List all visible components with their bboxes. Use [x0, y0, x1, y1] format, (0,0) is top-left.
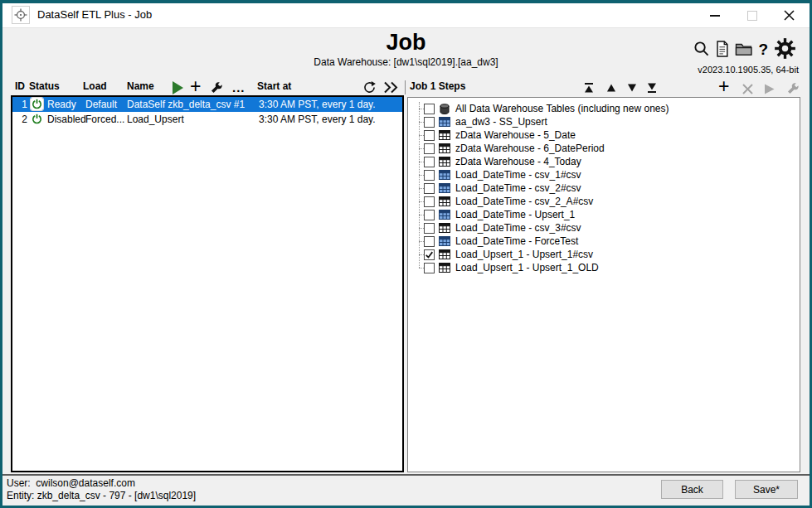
help-icon[interactable]: ? — [758, 41, 768, 57]
step-item[interactable]: zData Warehouse - 5_Date — [408, 128, 800, 142]
job-status: Ready — [47, 99, 76, 110]
column-header-start-at: Start at — [257, 80, 291, 92]
table-icon — [439, 170, 450, 180]
minimize-icon — [710, 15, 720, 17]
move-bottom-icon[interactable] — [646, 82, 658, 94]
step-checkbox[interactable] — [424, 249, 435, 260]
step-item[interactable]: Load_Upsert_1 - Upsert_1#csv — [408, 248, 800, 261]
table-icon — [439, 236, 450, 246]
steps-panel-title: Job 1 Steps — [410, 80, 465, 92]
maximize-button[interactable] — [733, 3, 771, 27]
job-list-panel: 1 Ready Default DataSelf zkb_delta_csv #… — [11, 95, 404, 472]
step-label: Load_DateTime - ForceTest — [455, 235, 578, 247]
footer-separator — [2, 474, 810, 476]
job-id: 2 — [16, 114, 27, 125]
power-status-icon — [31, 98, 43, 110]
window-title: DataSelf ETL Plus - Job — [37, 8, 152, 21]
step-checkbox[interactable] — [424, 263, 435, 273]
maximize-icon — [747, 11, 757, 21]
title-bar: DataSelf ETL Plus - Job — [2, 3, 810, 28]
step-label: zData Warehouse - 5_Date — [455, 129, 576, 141]
step-label: zData Warehouse - 6_DatePeriod — [455, 143, 605, 154]
version-text: v2023.10.1905.35, 64-bit — [698, 65, 799, 75]
job-row[interactable]: 2 Disabled Forced... Load_Upsert 3:30 AM… — [12, 112, 402, 127]
wrench-icon[interactable] — [210, 81, 223, 94]
search-icon[interactable] — [693, 41, 709, 56]
folder-icon[interactable] — [735, 41, 752, 56]
minimize-button[interactable] — [696, 3, 733, 27]
step-label: Load_Upsert_1 - Upsert_1_OLD — [455, 262, 599, 273]
step-checkbox[interactable] — [424, 223, 435, 234]
step-item[interactable]: zData Warehouse - 4_Today — [408, 155, 800, 168]
app-window: DataSelf ETL Plus - Job Job Data Warehou… — [0, 0, 812, 508]
step-item[interactable]: Load_DateTime - csv_2#csv — [408, 181, 800, 195]
step-label: Load_DateTime - Upsert_1 — [455, 209, 575, 220]
table-icon — [439, 143, 450, 153]
step-checkbox[interactable] — [424, 157, 435, 167]
run-step-play-icon[interactable] — [763, 83, 776, 95]
more-dots-icon[interactable]: ... — [232, 80, 246, 94]
job-name: Load_Upsert — [127, 114, 184, 125]
app-crosshair-icon — [12, 6, 30, 24]
steps-tree-panel: All Data Warehouse Tables (including new… — [407, 97, 800, 472]
save-button[interactable]: Save* — [735, 480, 798, 499]
job-id: 1 — [16, 99, 27, 110]
step-label: Load_DateTime - csv_2_A#csv — [455, 196, 593, 207]
step-checkbox[interactable] — [424, 236, 435, 247]
table-icon — [439, 249, 450, 259]
step-item[interactable]: zData Warehouse - 6_DatePeriod — [408, 142, 800, 155]
column-header-id: ID — [15, 80, 25, 92]
step-item[interactable]: Load_DateTime - csv_1#csv — [408, 168, 800, 181]
step-item[interactable]: Load_DateTime - csv_2_A#csv — [408, 195, 800, 208]
step-item[interactable]: Load_DateTime - csv_3#csv — [408, 221, 800, 235]
table-icon — [439, 157, 450, 167]
add-step-plus-icon[interactable]: + — [718, 80, 729, 93]
step-item[interactable]: aa_dw3 - SS_Upsert — [408, 115, 800, 128]
header-toolbar: ? — [693, 37, 796, 60]
power-status-icon — [31, 113, 43, 125]
refresh-icon[interactable] — [362, 80, 377, 94]
add-plus-icon[interactable]: + — [190, 80, 201, 93]
run-play-icon[interactable] — [173, 81, 183, 94]
job-start-at: 3:30 AM PST, every 1 day. — [259, 99, 376, 110]
delete-x-icon[interactable] — [742, 84, 753, 94]
job-name: DataSelf zkb_delta_csv #1 — [127, 99, 245, 110]
step-checkbox[interactable] — [424, 170, 435, 181]
step-checkbox[interactable] — [424, 104, 435, 114]
close-button[interactable] — [771, 3, 808, 27]
job-start-at: 3:30 AM PST, every 1 day. — [259, 114, 376, 125]
back-button[interactable]: Back — [661, 480, 723, 499]
panel-splitter[interactable] — [405, 80, 406, 94]
double-chevron-icon[interactable] — [383, 81, 399, 94]
step-checkbox[interactable] — [424, 196, 435, 207]
job-row[interactable]: 1 Ready Default DataSelf zkb_delta_csv #… — [12, 97, 402, 112]
step-checkbox[interactable] — [424, 130, 435, 141]
table-icon — [439, 130, 450, 140]
step-label: Load_DateTime - csv_2#csv — [455, 182, 581, 194]
step-label: All Data Warehouse Tables (including new… — [455, 103, 669, 114]
footer-user: User: cwilson@dataself.com — [7, 477, 135, 489]
step-item[interactable]: Load_DateTime - Upsert_1 — [408, 208, 800, 221]
window-controls — [696, 3, 808, 27]
step-item[interactable]: Load_Upsert_1 - Upsert_1_OLD — [408, 261, 800, 274]
step-label: Load_Upsert_1 - Upsert_1#csv — [455, 249, 593, 260]
step-item[interactable]: Load_DateTime - ForceTest — [408, 235, 800, 248]
table-icon — [439, 263, 450, 273]
step-checkbox[interactable] — [424, 183, 435, 194]
table-icon — [439, 196, 450, 206]
document-icon[interactable] — [715, 41, 729, 57]
settings-gear-icon[interactable] — [774, 37, 796, 60]
step-checkbox[interactable] — [424, 210, 435, 220]
step-label: aa_dw3 - SS_Upsert — [455, 116, 547, 128]
step-wrench-icon[interactable] — [786, 82, 800, 95]
column-header-status: Status — [29, 80, 60, 92]
move-down-icon[interactable] — [626, 82, 638, 94]
table-icon — [439, 183, 450, 193]
footer-entity: Entity: zkb_delta_csv - 797 - [dw1\sql20… — [7, 490, 196, 501]
step-item[interactable]: All Data Warehouse Tables (including new… — [408, 102, 800, 115]
step-checkbox[interactable] — [424, 143, 435, 154]
step-checkbox[interactable] — [424, 117, 435, 128]
move-top-icon[interactable] — [583, 82, 595, 94]
close-icon — [784, 10, 795, 21]
move-up-icon[interactable] — [605, 82, 617, 94]
